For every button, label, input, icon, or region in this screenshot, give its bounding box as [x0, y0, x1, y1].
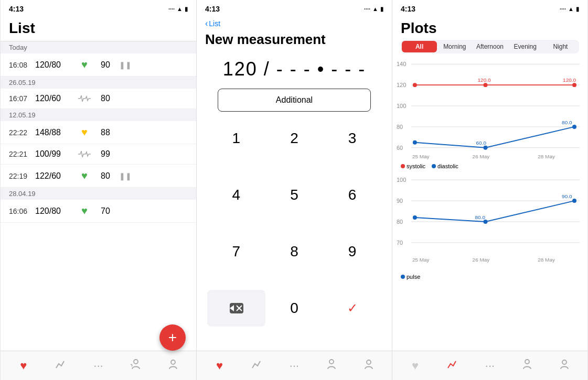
svg-text:26 May: 26 May	[473, 154, 490, 159]
row-bp: 100/99	[35, 149, 73, 159]
heart-green-icon: ♥	[77, 59, 92, 71]
filter-afternoon[interactable]: Afternoon	[472, 41, 507, 52]
numpad-6[interactable]: 6	[323, 177, 381, 213]
heart-yellow-icon: ♥	[77, 126, 92, 138]
pulse-wave-icon	[77, 94, 92, 103]
list-item[interactable]: 22:21 100/99 99	[1, 144, 196, 165]
svg-point-47	[525, 360, 529, 364]
systolic-dot	[401, 164, 405, 168]
status-bar-2: 4:13 ···· ▲ ▮	[197, 0, 392, 16]
row-pulse: 99	[96, 149, 115, 159]
row-time: 16:08	[9, 61, 31, 69]
status-icons-1: ···· ▲ ▮	[168, 6, 188, 13]
svg-text:28 May: 28 May	[538, 257, 555, 263]
row-pulse: 80	[96, 171, 115, 181]
numpad-4[interactable]: 4	[207, 177, 265, 213]
person-wave-tab-icon	[130, 359, 142, 373]
row-time: 22:22	[9, 128, 31, 137]
tab-heart-2[interactable]: ♥	[207, 353, 232, 378]
row-bp: 120/60	[35, 94, 73, 103]
list-item[interactable]: 16:06 120/80 ♥ 70	[1, 200, 196, 223]
plots-content: 140 120 100 80 60 25 May 26 May 28 May	[392, 58, 587, 351]
svg-text:70: 70	[397, 240, 403, 246]
filter-evening[interactable]: Evening	[508, 41, 543, 52]
profile-tab-icon	[167, 359, 179, 373]
additional-button[interactable]: Additional	[218, 89, 371, 112]
tab-chart-2[interactable]	[244, 353, 270, 378]
filter-night[interactable]: Night	[543, 41, 578, 52]
svg-point-21	[413, 83, 417, 87]
list-item[interactable]: 22:19 122/60 ♥ 80 ❚❚	[1, 165, 196, 188]
heart-tab-icon-2: ♥	[216, 359, 223, 373]
svg-text:80: 80	[397, 124, 403, 130]
measurement-value: 120 / - - - • - - -	[223, 58, 366, 80]
svg-text:60.0: 60.0	[476, 140, 487, 146]
row-bp: 148/88	[35, 128, 73, 137]
pulse-chart: 100 90 80 70 25 May 26 May 28 May	[397, 173, 583, 270]
numpad-confirm[interactable]: ✓	[323, 290, 381, 327]
numpad-9[interactable]: 9	[323, 233, 381, 270]
row-pulse: 80	[96, 94, 115, 103]
heart-green-icon: ♥	[77, 170, 92, 182]
svg-point-26	[413, 140, 417, 145]
svg-text:120.0: 120.0	[478, 77, 491, 83]
tab-chart-3[interactable]	[440, 353, 465, 378]
tab-person-wave-2[interactable]	[319, 353, 344, 378]
list-item[interactable]: 16:07 120/60 80	[1, 89, 196, 109]
filter-all[interactable]: All	[402, 41, 437, 52]
back-chevron-icon: ‹	[205, 19, 208, 28]
tab-more[interactable]: ···	[85, 353, 111, 378]
svg-point-1	[171, 360, 175, 364]
numpad-7[interactable]: 7	[207, 233, 265, 270]
status-time-3: 4:13	[401, 5, 415, 13]
tab-heart-3[interactable]: ♥	[403, 353, 428, 378]
numpad-3[interactable]: 3	[323, 120, 381, 157]
bp-chart: 140 120 100 80 60 25 May 26 May 28 May	[397, 58, 583, 160]
tab-profile-2[interactable]	[356, 353, 381, 378]
list-item[interactable]: 22:22 148/88 ♥ 88	[1, 121, 196, 144]
chart-tab-icon	[55, 359, 67, 373]
bookmark-icon: ❚❚	[119, 61, 132, 69]
add-measurement-button[interactable]: +	[159, 324, 186, 351]
numpad-5[interactable]: 5	[265, 177, 324, 213]
row-time: 22:21	[9, 150, 31, 158]
tab-person-wave-3[interactable]	[515, 353, 540, 378]
numpad-1[interactable]: 1	[207, 120, 265, 157]
tab-person-wave[interactable]	[123, 353, 148, 378]
svg-point-28	[572, 125, 576, 129]
list-header: List	[1, 16, 196, 41]
heart-green-icon: ♥	[77, 205, 92, 217]
status-bar-3: 4:13 ···· ▲ ▮	[392, 0, 587, 16]
back-navigation[interactable]: ‹ List	[197, 16, 392, 29]
battery-icon: ▮	[380, 6, 383, 13]
pulse-legend-item: pulse	[401, 274, 420, 280]
plots-header: Plots All Morning Afternoon Evening Nigh…	[392, 16, 587, 58]
filter-morning[interactable]: Morning	[437, 41, 472, 52]
profile-tab-icon-2	[363, 359, 375, 373]
row-pulse: 88	[96, 128, 115, 137]
chart-tab-icon-3	[447, 359, 458, 373]
person-wave-tab-icon-3	[521, 359, 533, 373]
tab-chart[interactable]	[48, 353, 73, 378]
svg-text:25 May: 25 May	[412, 154, 430, 159]
tab-profile-3[interactable]	[552, 353, 577, 378]
list-content: Today 16:08 120/80 ♥ 90 ❚❚ 26.05.19 16:0…	[1, 41, 196, 351]
wifi-icon: ▲	[177, 6, 183, 12]
tab-heart[interactable]: ♥	[11, 353, 36, 378]
diastolic-legend: diastolic	[432, 163, 458, 169]
signal-icon-3: ····	[560, 6, 566, 12]
numpad-backspace[interactable]	[207, 290, 265, 327]
numpad-8[interactable]: 8	[265, 233, 324, 270]
tab-more-2[interactable]: ···	[282, 353, 307, 378]
chart-tab-icon-2	[251, 359, 263, 373]
svg-point-0	[134, 360, 138, 364]
systolic-legend: systolic	[401, 163, 425, 169]
more-tab-icon: ···	[93, 359, 103, 373]
tab-more-3[interactable]: ···	[477, 353, 503, 378]
more-tab-icon-2: ···	[290, 359, 299, 373]
numpad-2[interactable]: 2	[265, 120, 324, 157]
list-item[interactable]: 16:08 120/80 ♥ 90 ❚❚	[1, 53, 196, 77]
filter-tabs: All Morning Afternoon Evening Night	[401, 40, 579, 53]
numpad-0[interactable]: 0	[265, 290, 324, 327]
tab-profile[interactable]	[161, 353, 186, 378]
